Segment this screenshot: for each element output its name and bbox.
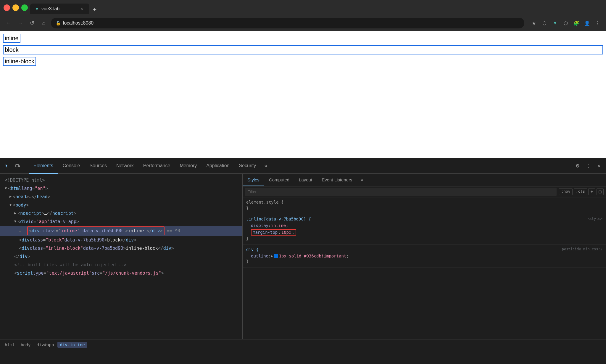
styles-tab-computed[interactable]: Computed [264,174,294,186]
more-tabs-button[interactable]: » [261,158,271,174]
html-line-noscript[interactable]: ▶ <noscript> … </noscript> [0,209,242,218]
devtools-close-icon[interactable]: × [594,161,604,171]
breadcrumb-div-inline[interactable]: div.inline [57,342,87,348]
tab-application[interactable]: Application [202,158,234,174]
html-line-div-inline-block[interactable]: <div class="inline-block" data-v-7ba5bd9… [0,244,242,252]
css-close-element-style: } [246,206,602,210]
toggle-icon[interactable]: ⊡ [597,188,604,195]
inline-block-element: inline-block [3,57,36,66]
hov-filter[interactable]: :hov [559,188,572,195]
styles-tab-event-listeners[interactable]: Event Listeners [317,174,357,186]
browser-chrome: ▼ vue3-lab × + ← → ↺ ⌂ 🔒 localhost:8080 … [0,0,606,31]
tab-console[interactable]: Console [58,158,85,174]
address-input[interactable]: 🔒 localhost:8080 [51,18,524,28]
title-bar: ▼ vue3-lab × + [0,0,606,15]
devtools-settings-icon[interactable]: ⚙ [573,161,582,171]
profile-icon[interactable]: 👤 [582,18,592,28]
svg-rect-1 [19,165,20,167]
traffic-light-red[interactable] [4,4,10,11]
tab-close-button[interactable]: × [79,6,85,12]
styles-tab-layout[interactable]: Layout [294,174,317,186]
devtools-toolbar-right: ⚙ ⋮ × [573,161,604,171]
tab-security[interactable]: Security [234,158,261,174]
devtools-toolbar: Elements Console Sources Network Perform… [0,158,606,174]
tab-title: vue3-lab [41,6,59,12]
html-line-div-app[interactable]: ▼ <div id="app" data-v-app > [0,218,242,226]
breadcrumb-html[interactable]: html [2,342,17,348]
tab-favicon: ▼ [35,7,39,11]
html-line-script[interactable]: <script type="text/javascript" src="/js/… [0,269,242,277]
svg-rect-0 [16,165,19,167]
css-close-div: } [246,259,602,264]
lock-icon: 🔒 [56,21,61,25]
inspector-icon[interactable] [2,161,12,171]
css-div-section: div { pesticide.min.css:2 outline : ▶ 1p… [243,245,606,268]
styles-filter-bar: :hov .cls + ⊡ [243,186,606,197]
menu-icon[interactable]: ⋮ [593,18,602,28]
breadcrumb-div-app[interactable]: div#app [34,342,56,348]
breadcrumb-body[interactable]: body [18,342,33,348]
css-rule-margin-top: margin-top : 10px ; [246,228,602,236]
html-line-comment[interactable]: <!-- built files will be auto injected -… [0,261,242,269]
tab-network[interactable]: Network [112,158,138,174]
devtools: Elements Console Sources Network Perform… [0,158,606,350]
address-text: localhost:8080 [63,20,94,26]
traffic-lights [4,4,28,11]
bookmark-icon[interactable]: ★ [529,18,539,28]
active-tab[interactable]: ▼ vue3-lab × [30,4,89,14]
css-element-style: element.style { } [243,197,606,214]
styles-tab-more[interactable]: » [357,174,367,186]
add-rule-icon[interactable]: + [588,188,595,195]
css-selector-div: div { pesticide.min.css:2 [246,247,602,252]
devtools-tabs: Elements Console Sources Network Perform… [26,158,573,174]
css-selector-inline: .inline[data-v-7ba5bd90] { <style> [246,217,602,221]
cls-filter[interactable]: .cls [574,188,587,195]
devtools-body: <!DOCTYPE html> ▼ <html lang="en" > ▶ <h… [0,174,606,339]
color-swatch[interactable] [274,254,278,258]
tab-elements[interactable]: Elements [29,158,58,174]
block-element: block [3,45,603,54]
device-mode-icon[interactable] [13,161,22,171]
tab-performance[interactable]: Performance [138,158,175,174]
html-line-head[interactable]: ▶ <head> … </head> [0,193,242,201]
html-line-doctype[interactable]: <!DOCTYPE html> [0,176,242,184]
tab-memory[interactable]: Memory [175,158,202,174]
traffic-light-green[interactable] [21,4,28,11]
html-line-div-inline[interactable]: … <div class="inline" data-v-7ba5bd90 >i… [0,226,242,236]
toolbar-icons: ★ ⬡ ▼ ⬡ 🧩 👤 ⋮ [529,18,602,28]
html-line-div-block[interactable]: <div class="block" data-v-7ba5bd90 >bloc… [0,236,242,244]
tab-bar: ▼ vue3-lab × + [30,1,602,14]
refresh-button[interactable]: ↺ [27,18,37,28]
vue-devtools-icon[interactable]: ▼ [550,18,560,28]
address-bar: ← → ↺ ⌂ 🔒 localhost:8080 ★ ⬡ ▼ ⬡ 🧩 👤 ⋮ [0,15,606,31]
forward-button[interactable]: → [15,18,25,28]
filter-actions: :hov .cls + ⊡ [559,188,604,195]
extension-icon-2[interactable]: ⬡ [561,18,570,28]
tab-sources[interactable]: Sources [85,158,112,174]
extension-icon-1[interactable]: ⬡ [540,18,549,28]
html-line-body[interactable]: ▼ <body> [0,201,242,209]
new-tab-button[interactable]: + [90,5,99,14]
html-line-close-div[interactable]: </div> [0,252,242,261]
elements-panel: <!DOCTYPE html> ▼ <html lang="en" > ▶ <h… [0,174,243,339]
line-dots-icon: … [19,228,26,233]
css-selector-element-style: element.style { [246,200,602,204]
styles-tab-styles[interactable]: Styles [243,174,264,186]
dollar-zero: == $0 [167,227,180,234]
page-content: inline block inline-block [0,31,606,158]
css-close-inline: } [246,236,602,241]
inline-element: inline [3,34,20,43]
devtools-breadcrumb: html body div#app div.inline [0,339,606,350]
home-button[interactable]: ⌂ [39,18,49,28]
extensions-icon[interactable]: 🧩 [572,18,581,28]
css-inline-section: .inline[data-v-7ba5bd90] { <style> displ… [243,214,606,245]
traffic-light-yellow[interactable] [12,4,19,11]
css-rule-outline: outline : ▶ 1px solid #036cdb!important … [246,253,602,259]
html-line-html[interactable]: ▼ <html lang="en" > [0,184,242,193]
styles-tabs: Styles Computed Layout Event Listeners » [243,174,606,186]
devtools-left-icons [2,161,26,171]
css-rule-display: display : inline ; [246,223,602,228]
back-button[interactable]: ← [4,18,13,28]
devtools-more-icon[interactable]: ⋮ [584,161,593,171]
styles-filter-input[interactable] [245,188,557,196]
